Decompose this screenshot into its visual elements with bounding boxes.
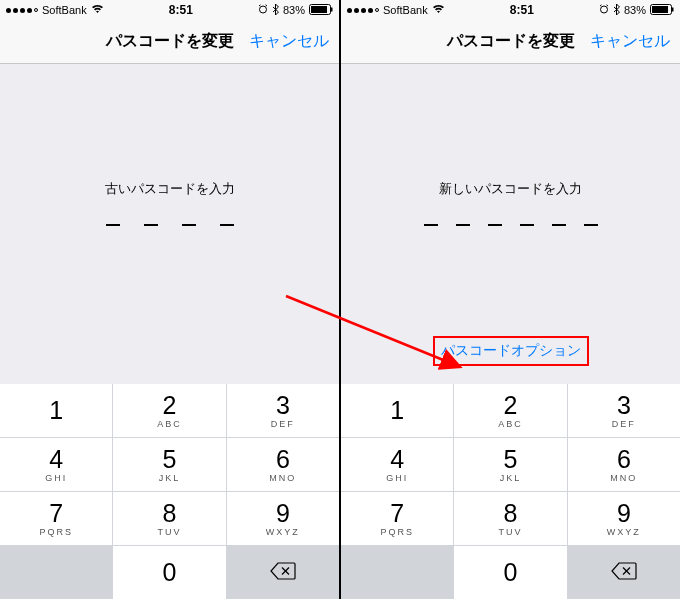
key-blank: [341, 546, 453, 599]
svg-line-10: [606, 5, 608, 6]
cancel-button[interactable]: キャンセル: [590, 31, 670, 52]
key-4[interactable]: 4GHI: [0, 438, 112, 491]
svg-rect-4: [311, 6, 327, 13]
key-4[interactable]: 4GHI: [341, 438, 453, 491]
wifi-icon: [91, 4, 104, 16]
bluetooth-icon: [613, 4, 620, 17]
status-time: 8:51: [510, 3, 534, 17]
passcode-prompt: 古いパスコードを入力: [105, 180, 235, 198]
key-0[interactable]: 0: [454, 546, 566, 599]
alarm-icon: [258, 4, 268, 16]
phone-right: SoftBank 8:51 83% パスコードを変更 キャンセル 新しいパスコー…: [341, 0, 680, 599]
svg-rect-5: [331, 7, 333, 11]
carrier-label: SoftBank: [383, 4, 428, 16]
key-1[interactable]: 1: [341, 384, 453, 437]
status-bar: SoftBank 8:51 83%: [341, 0, 680, 20]
backspace-key[interactable]: [227, 546, 339, 599]
svg-line-9: [600, 5, 602, 6]
bluetooth-icon: [272, 4, 279, 17]
key-1[interactable]: 1: [0, 384, 112, 437]
passcode-options-link[interactable]: パスコードオプション: [433, 336, 589, 366]
key-3[interactable]: 3DEF: [568, 384, 680, 437]
key-2[interactable]: 2ABC: [113, 384, 225, 437]
nav-bar: パスコードを変更 キャンセル: [341, 20, 680, 64]
backspace-icon: [611, 562, 637, 584]
nav-title: パスコードを変更: [106, 31, 234, 52]
content-area: 新しいパスコードを入力 パスコードオプション: [341, 64, 680, 384]
numeric-keypad: 1 2ABC 3DEF 4GHI 5JKL 6MNO 7PQRS 8TUV 9W…: [341, 384, 680, 599]
key-2[interactable]: 2ABC: [454, 384, 566, 437]
alarm-icon: [599, 4, 609, 16]
status-time: 8:51: [169, 3, 193, 17]
signal-dots-icon: [347, 8, 379, 13]
wifi-icon: [432, 4, 445, 16]
key-blank: [0, 546, 112, 599]
svg-rect-13: [672, 7, 674, 11]
key-6[interactable]: 6MNO: [227, 438, 339, 491]
passcode-dashes-6: [424, 224, 598, 226]
key-9[interactable]: 9WXYZ: [568, 492, 680, 545]
signal-dots-icon: [6, 8, 38, 13]
numeric-keypad: 1 2ABC 3DEF 4GHI 5JKL 6MNO 7PQRS 8TUV 9W…: [0, 384, 339, 599]
svg-line-2: [265, 5, 267, 6]
key-3[interactable]: 3DEF: [227, 384, 339, 437]
key-5[interactable]: 5JKL: [454, 438, 566, 491]
backspace-icon: [270, 562, 296, 584]
svg-line-1: [259, 5, 261, 6]
content-area: 古いパスコードを入力: [0, 64, 339, 384]
battery-icon: [650, 4, 674, 17]
key-6[interactable]: 6MNO: [568, 438, 680, 491]
svg-point-8: [600, 6, 607, 13]
key-8[interactable]: 8TUV: [454, 492, 566, 545]
key-0[interactable]: 0: [113, 546, 225, 599]
battery-percent: 83%: [624, 4, 646, 16]
key-5[interactable]: 5JKL: [113, 438, 225, 491]
passcode-prompt: 新しいパスコードを入力: [439, 180, 582, 198]
nav-bar: パスコードを変更 キャンセル: [0, 20, 339, 64]
cancel-button[interactable]: キャンセル: [249, 31, 329, 52]
svg-rect-12: [652, 6, 668, 13]
key-7[interactable]: 7PQRS: [341, 492, 453, 545]
svg-point-0: [259, 6, 266, 13]
key-7[interactable]: 7PQRS: [0, 492, 112, 545]
key-8[interactable]: 8TUV: [113, 492, 225, 545]
carrier-label: SoftBank: [42, 4, 87, 16]
battery-icon: [309, 4, 333, 17]
key-9[interactable]: 9WXYZ: [227, 492, 339, 545]
battery-percent: 83%: [283, 4, 305, 16]
status-bar: SoftBank 8:51 83%: [0, 0, 339, 20]
backspace-key[interactable]: [568, 546, 680, 599]
nav-title: パスコードを変更: [447, 31, 575, 52]
passcode-dashes-4: [106, 224, 234, 226]
phone-left: SoftBank 8:51 83% パスコードを変更 キャンセル 古いパスコード…: [0, 0, 339, 599]
